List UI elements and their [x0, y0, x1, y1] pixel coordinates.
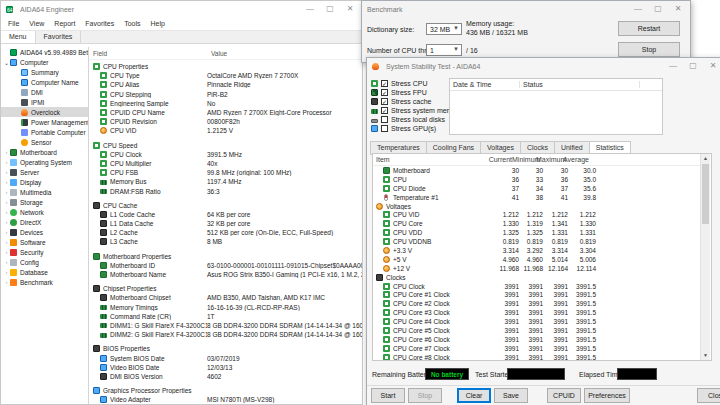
menu-file[interactable]: File: [3, 18, 24, 29]
sidebar-item-software[interactable]: ›Software: [1, 237, 88, 247]
close-icon[interactable]: ✕: [705, 59, 720, 72]
field-row[interactable]: L1 Code Cache64 KB per core: [89, 210, 362, 219]
stats-row[interactable]: CPU VDD1.3251.3251.3311.331: [373, 228, 711, 237]
field-row[interactable]: Video AdapterMSI N780Ti (MS-V298): [89, 395, 362, 404]
sidebar-item-display[interactable]: ›Display: [1, 177, 88, 187]
column-status[interactable]: Status: [520, 81, 640, 88]
stress-cache-checkbox[interactable]: ✓: [381, 98, 388, 105]
cpu-threads-select[interactable]: 1 ▼: [426, 44, 462, 56]
maximize-icon[interactable]: ▢: [685, 59, 701, 72]
sidebar-item-power-management[interactable]: Power Management: [1, 117, 88, 127]
field-row[interactable]: L3 Cache8 MB: [89, 237, 362, 246]
maximize-icon[interactable]: ▢: [650, 2, 666, 15]
field-row[interactable]: System BIOS Date03/07/2019: [89, 353, 362, 362]
sidebar-item-sensor[interactable]: Sensor: [1, 137, 88, 147]
stats-row[interactable]: CPU36333635.0: [373, 175, 711, 184]
stress-cpu-checkbox[interactable]: ✓: [381, 80, 388, 87]
stats-row[interactable]: CPU VID1.2121.2121.2121.212: [373, 210, 711, 219]
stats-row[interactable]: Motherboard30303030.0: [373, 166, 711, 175]
field-row[interactable]: CPU VID1.2125 V: [89, 126, 362, 135]
start-button[interactable]: Start: [371, 388, 405, 403]
minimize-icon[interactable]: —: [665, 59, 681, 72]
sidebar-item-computer-name[interactable]: Computer Name: [1, 77, 88, 87]
close-button[interactable]: Close: [697, 388, 720, 403]
field-row[interactable]: Video BIOS Date12/03/13: [89, 363, 362, 372]
field-row[interactable]: Command Rate (CR)1T: [89, 312, 362, 321]
minimize-icon[interactable]: —: [302, 2, 318, 15]
group-row[interactable]: BIOS Properties: [89, 344, 362, 353]
field-row[interactable]: DIMM1: G Skill FlareX F4-3200C14-8GFX8 G…: [89, 321, 362, 330]
sidebar-item-computer[interactable]: ⌄Computer: [1, 57, 88, 67]
restart-button[interactable]: Restart: [618, 21, 680, 36]
stats-row[interactable]: CPU Core #8 Clock3991399139913991.5: [373, 353, 711, 361]
sidebar-item-ipmi[interactable]: IPMI: [1, 97, 88, 107]
field-row[interactable]: CPU TypeOctalCore AMD Ryzen 7 2700X: [89, 71, 362, 80]
field-row[interactable]: DIMM2: G Skill FlareX F4-3200C14-8GFX8 G…: [89, 330, 362, 339]
sidebar-item-storage[interactable]: ›Storage: [1, 197, 88, 207]
scroll-down-icon[interactable]: ▼: [701, 351, 710, 360]
column-date-time[interactable]: Date & Time: [450, 81, 520, 88]
field-row[interactable]: Motherboard ChipsetAMD B350, AMD Taishan…: [89, 293, 362, 302]
stats-row[interactable]: +12 V11.96811.96812.16412.114: [373, 264, 711, 273]
tab-menu[interactable]: Menu: [1, 31, 36, 43]
preferences-button[interactable]: Preferences: [584, 388, 630, 403]
sidebar-item-dmi[interactable]: DMI: [1, 87, 88, 97]
menu-favorites[interactable]: Favorites: [80, 18, 119, 29]
stats-row[interactable]: +5 V4.9604.9605.0145.006: [373, 255, 711, 264]
field-row[interactable]: L1 Data Cache32 KB per core: [89, 219, 362, 228]
cpuid-button[interactable]: CPUID: [547, 388, 581, 403]
stats-row[interactable]: CPU Core #7 Clock3991399139913991.5: [373, 344, 711, 353]
menu-view[interactable]: View: [24, 18, 49, 29]
stress-local-disks-checkbox[interactable]: [381, 116, 388, 123]
close-icon[interactable]: ✕: [670, 2, 686, 15]
group-row[interactable]: CPU Properties: [89, 62, 362, 71]
menu-report[interactable]: Report: [49, 18, 80, 29]
field-row[interactable]: CPU Multiplier40x: [89, 159, 362, 168]
group-row[interactable]: Graphics Processor Properties: [89, 386, 362, 395]
stability-titlebar[interactable]: System Stability Test - AIDA64 — ▢ ✕: [367, 58, 720, 74]
field-row[interactable]: CPU AliasPinnacle Ridge: [89, 80, 362, 89]
field-row[interactable]: DRAM:FSB Ratio36:3: [89, 186, 362, 195]
stats-group-row[interactable]: Clocks: [373, 273, 711, 282]
field-row[interactable]: Memory Timings16-16-16-39 (CL-RCD-RP-RAS…: [89, 303, 362, 312]
field-row[interactable]: DMI BIOS Version4602: [89, 372, 362, 381]
column-minimum[interactable]: Minimum: [512, 156, 536, 163]
sidebar-item-multimedia[interactable]: ›Multimedia: [1, 187, 88, 197]
vertical-scrollbar[interactable]: ▲ ▼: [700, 154, 710, 360]
sidebar-item-security[interactable]: ›Security: [1, 247, 88, 257]
sidebar-item-directx[interactable]: ›DirectX: [1, 217, 88, 227]
field-row[interactable]: CPU SteppingPiR-B2: [89, 90, 362, 99]
stop-button[interactable]: Stop: [618, 42, 680, 57]
group-row[interactable]: CPU Cache: [89, 201, 362, 210]
stats-row[interactable]: CPU Core #6 Clock3991399139913991.5: [373, 335, 711, 344]
scrollbar-thumb[interactable]: [702, 164, 709, 224]
clear-button[interactable]: Clear: [457, 388, 491, 403]
stats-row[interactable]: CPU Core #1 Clock3991399139913991.5: [373, 290, 711, 299]
stats-row[interactable]: CPU Clock3991399139913991.5: [373, 282, 711, 291]
field-row[interactable]: CPUID Revision00800F82h: [89, 117, 362, 126]
results-listview[interactable]: Date & Time Status: [449, 78, 663, 135]
sidebar-item-network[interactable]: ›Network: [1, 207, 88, 217]
stats-row[interactable]: CPU Core #4 Clock3991399139913991.5: [373, 317, 711, 326]
field-row[interactable]: CPU FSB99.8 MHz (original: 100 MHz): [89, 168, 362, 177]
sidebar-item-operating-system[interactable]: ›Operating System: [1, 157, 88, 167]
tab-favorites[interactable]: Favorites: [36, 31, 82, 43]
sidebar-item-summary[interactable]: Summary: [1, 67, 88, 77]
stop-button[interactable]: Stop: [408, 388, 442, 403]
field-row[interactable]: Memory Bus1197.4 MHz: [89, 177, 362, 186]
column-average[interactable]: Average: [561, 156, 589, 163]
stats-group-row[interactable]: Voltages: [373, 202, 711, 211]
column-item[interactable]: Item: [373, 156, 476, 163]
benchmark-titlebar[interactable]: Benchmark — ▢ ✕: [362, 1, 690, 17]
main-titlebar[interactable]: 64 AIDA64 Engineer — ▢ ✕: [1, 1, 362, 17]
column-current[interactable]: Current: [476, 156, 512, 163]
stress-gpu-s-checkbox[interactable]: [381, 125, 388, 132]
stats-row[interactable]: CPU Diode37343735.6: [373, 184, 711, 193]
sidebar-item-database[interactable]: ›Database: [1, 267, 88, 277]
menu-tools[interactable]: Tools: [119, 18, 145, 29]
field-row[interactable]: CPU Clock3991.5 MHz: [89, 150, 362, 159]
stats-row[interactable]: +3.3 V3.3143.2923.3143.304: [373, 246, 711, 255]
sidebar-item-benchmark[interactable]: ›Benchmark: [1, 277, 88, 287]
stats-row[interactable]: CPU Core #2 Clock3991399139913991.5: [373, 299, 711, 308]
stats-row[interactable]: CPU Core1.3301.3191.3411.330: [373, 219, 711, 228]
